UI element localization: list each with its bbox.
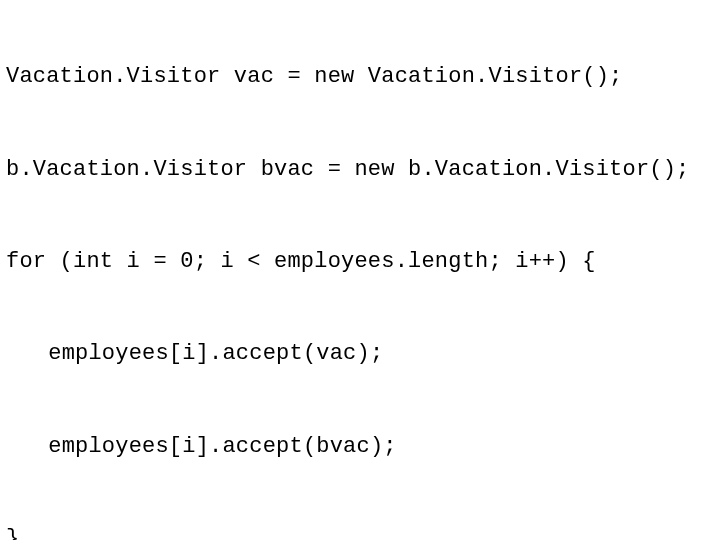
code-block: Vacation.Visitor vac = new Vacation.Visi…	[0, 0, 720, 540]
code-line-2: b.Vacation.Visitor bvac = new b.Vacation…	[6, 147, 714, 193]
code-line-3: for (int i = 0; i < employees.length; i+…	[6, 239, 714, 285]
code-line-6: }	[6, 516, 714, 540]
code-line-1: Vacation.Visitor vac = new Vacation.Visi…	[6, 54, 714, 100]
code-line-4: employees[i].accept(vac);	[6, 331, 714, 377]
code-line-5: employees[i].accept(bvac);	[6, 424, 714, 470]
